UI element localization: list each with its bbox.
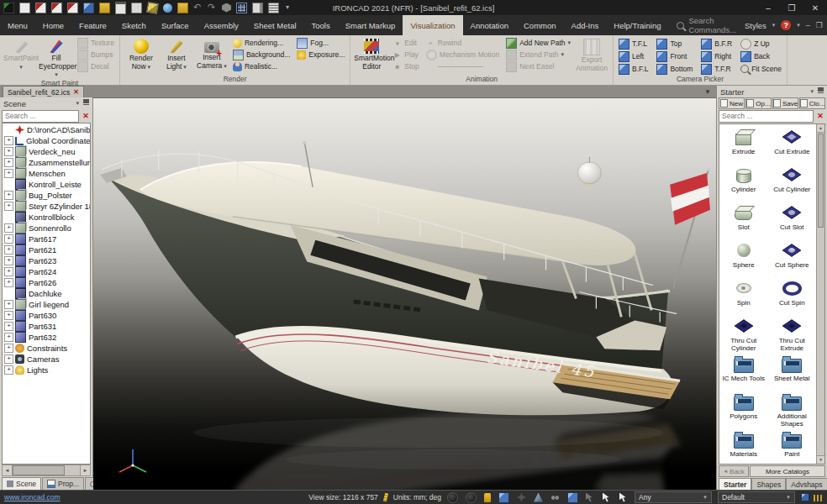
quick-access-icon[interactable] xyxy=(177,3,188,13)
catalog-item[interactable]: Spin xyxy=(719,278,768,316)
expander-icon[interactable]: + xyxy=(4,234,13,244)
ribbon-button[interactable]: Fill EyeDropper xyxy=(39,37,74,79)
pin-icon[interactable] xyxy=(83,99,89,108)
ribbon-button[interactable]: Insert Light xyxy=(159,37,194,71)
minimize-button[interactable]: – xyxy=(756,0,780,15)
clear-search-icon[interactable]: ✕ xyxy=(81,111,91,121)
ribbon-small-button[interactable]: Realistic... xyxy=(231,60,292,72)
ruler-icon[interactable] xyxy=(383,493,388,502)
ribbon-tab[interactable]: Sketch xyxy=(114,15,154,35)
quick-access-icon[interactable] xyxy=(83,3,94,13)
close-button[interactable]: ✕ xyxy=(803,0,827,15)
tree-item[interactable]: + Lights xyxy=(3,365,90,375)
configuration-combo[interactable]: Default▼ xyxy=(718,491,795,503)
catalog-item[interactable]: Paint xyxy=(768,429,817,467)
expander-icon[interactable]: + xyxy=(4,245,13,255)
catalog-item[interactable]: Additional Shapes xyxy=(768,391,817,429)
catalog-item[interactable]: Materials xyxy=(719,429,768,467)
scene-search-input[interactable] xyxy=(2,110,79,123)
tab-list-caret-icon[interactable]: ▼ xyxy=(704,88,716,96)
camera-picker-button[interactable]: Front xyxy=(655,50,694,62)
catalog-tab[interactable]: Shapes xyxy=(751,478,786,490)
ribbon-tab[interactable]: Visualization xyxy=(403,15,462,35)
quick-access-icon[interactable] xyxy=(51,3,62,13)
ribbon-tab[interactable]: Add-Ins xyxy=(564,15,607,35)
panel-tab[interactable]: Scene xyxy=(2,477,41,490)
ribbon-small-button[interactable]: Fog... xyxy=(295,37,346,49)
styles-dropdown[interactable]: Styles xyxy=(745,21,766,30)
camera-picker-button[interactable]: Right xyxy=(699,50,734,62)
status-icon[interactable] xyxy=(814,495,823,501)
scroll-left-icon[interactable]: ◄ xyxy=(3,465,13,475)
catalog-toolbar-button[interactable]: Save xyxy=(772,97,798,109)
tree-item[interactable]: + Sonnenrollo xyxy=(3,223,90,234)
status-icon[interactable] xyxy=(603,493,612,502)
expander-icon[interactable]: + xyxy=(4,322,13,331)
status-icon[interactable] xyxy=(801,493,809,501)
panel-tab[interactable]: Prop... xyxy=(42,477,84,490)
expander-icon[interactable]: + xyxy=(4,136,13,145)
quick-access-icon[interactable] xyxy=(131,3,142,13)
tree-item[interactable]: + Part626 xyxy=(3,277,90,288)
ribbon-button[interactable]: SmartPaint xyxy=(3,37,39,79)
tree-item[interactable]: + Steyr 6Zylinder 180PS xyxy=(3,201,90,212)
catalog-toolbar-button[interactable]: Clo... xyxy=(799,97,825,109)
expander-icon[interactable]: + xyxy=(4,300,13,309)
ribbon-small-button[interactable]: Next Easel xyxy=(504,60,572,72)
doc-restore-button[interactable]: ❐ xyxy=(816,21,823,29)
ribbon-small-button[interactable]: Rendering... xyxy=(231,37,292,49)
tree-item[interactable]: + Part617 xyxy=(3,234,90,244)
catalog-toolbar-button[interactable]: Op... xyxy=(745,97,772,109)
ribbon-button[interactable]: Insert Camera xyxy=(194,37,229,71)
quick-access-icon[interactable] xyxy=(284,3,293,13)
status-icon[interactable] xyxy=(466,492,477,503)
ribbon-small-button[interactable]: Background... xyxy=(231,49,292,60)
ribbon-small-button[interactable]: Texture xyxy=(76,37,116,49)
expander-icon[interactable]: + xyxy=(4,147,13,156)
catalog-item[interactable]: Sphere xyxy=(719,240,768,278)
expander-icon[interactable]: + xyxy=(4,278,13,287)
quick-access-icon[interactable] xyxy=(163,3,172,13)
tree-item[interactable]: + Girl liegend xyxy=(3,299,90,310)
tree-item[interactable]: + Dachluke xyxy=(3,288,90,299)
maximize-button[interactable]: ❐ xyxy=(780,0,803,15)
quick-access-icon[interactable] xyxy=(115,2,126,14)
camera-picker-button[interactable]: Fit Scene xyxy=(739,63,783,75)
pin-icon[interactable] xyxy=(818,87,824,96)
scroll-up-icon[interactable]: ▲ xyxy=(817,124,824,133)
expander-icon[interactable]: + xyxy=(4,344,13,353)
styles-caret-icon[interactable]: ▾ xyxy=(772,22,776,29)
panel-menu-icon[interactable]: ▾ xyxy=(810,88,814,95)
ribbon-button[interactable]: SmartMotion Editor xyxy=(354,37,389,71)
status-icon[interactable] xyxy=(447,492,458,503)
expander-icon[interactable]: + xyxy=(4,256,13,265)
tree-item[interactable]: + D:\IronCAD\Sanibel_refit_62. xyxy=(3,124,90,135)
catalog-item[interactable]: Slot xyxy=(719,202,768,240)
catalog-item[interactable]: Cut Cylinder xyxy=(768,165,817,202)
camera-picker-button[interactable]: Top xyxy=(655,38,694,50)
ribbon-tab[interactable]: Annotation xyxy=(463,15,516,35)
tree-item[interactable]: + Cameras xyxy=(3,354,90,365)
viewport[interactable]: Sanibel 45 xyxy=(93,98,716,490)
catalog-item[interactable]: IC Mech Tools xyxy=(719,354,768,391)
help-icon[interactable]: ? xyxy=(781,20,791,30)
tree-item[interactable]: + Zusammenstellung xyxy=(3,157,90,168)
ribbon-small-button[interactable]: Add New Path xyxy=(504,37,572,49)
quick-access-icon[interactable] xyxy=(252,3,263,13)
expander-icon[interactable]: + xyxy=(4,354,13,364)
expander-icon[interactable]: + xyxy=(4,311,13,320)
ribbon-tab[interactable]: Common xyxy=(516,15,564,35)
document-close-icon[interactable]: ✕ xyxy=(73,88,79,96)
ribbon-small-button[interactable]: ■ Stop xyxy=(391,60,421,72)
tree-item[interactable]: + Part631 xyxy=(3,321,90,332)
quick-access-icon[interactable] xyxy=(193,3,203,13)
ribbon-tab[interactable]: Smart Markup xyxy=(338,15,403,35)
quick-access-icon[interactable] xyxy=(99,3,110,13)
scroll-right-icon[interactable]: ► xyxy=(80,465,90,475)
camera-picker-button[interactable]: T.F.L xyxy=(617,38,650,50)
quick-access-icon[interactable] xyxy=(35,3,46,13)
camera-picker-button[interactable]: Back xyxy=(739,50,783,62)
quick-access-icon[interactable] xyxy=(19,3,30,13)
camera-picker-button[interactable]: Left xyxy=(617,50,650,62)
ribbon-tab[interactable]: Sheet Metal xyxy=(246,15,304,35)
